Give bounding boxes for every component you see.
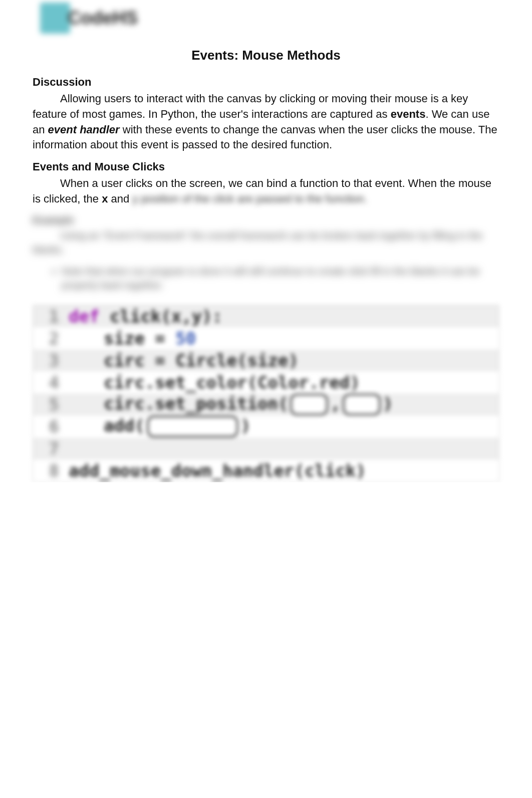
example-intro: Using an "Event Framework" the overall f… <box>33 229 499 257</box>
code-line: 6 add() <box>33 416 499 438</box>
logo-icon <box>40 3 70 34</box>
fill-blank[interactable] <box>290 393 328 416</box>
code-block: 1 def click(x,y): 2 size = 50 3 circ = C… <box>33 305 499 482</box>
fill-blank[interactable] <box>147 416 238 438</box>
line-number: 7 <box>33 440 66 457</box>
logo: CodeHS <box>33 0 499 48</box>
line-number: 8 <box>33 462 66 479</box>
line-number: 6 <box>33 418 66 435</box>
line-number: 4 <box>33 374 66 391</box>
event-handler-term: event handler <box>48 123 120 136</box>
example-list: Note that when our program is done it wi… <box>53 264 499 292</box>
line-number: 2 <box>33 330 66 347</box>
code-line: 3 circ = Circle(size) <box>33 349 499 371</box>
list-item: Note that when our program is done it wi… <box>62 264 499 292</box>
line-number: 1 <box>33 308 66 325</box>
x-term: x <box>102 192 108 205</box>
clicks-heading: Events and Mouse Clicks <box>33 160 499 173</box>
code-line: 7 <box>33 438 499 460</box>
discussion-heading: Discussion <box>33 76 499 89</box>
line-number: 3 <box>33 352 66 369</box>
logo-text: CodeHS <box>68 8 138 29</box>
events-term: events <box>391 108 426 120</box>
clicks-paragraph: When a user clicks on the screen, we can… <box>33 176 499 207</box>
example-heading: Example <box>33 215 499 226</box>
blurred-text: y position of the click are passed to th… <box>132 192 367 205</box>
code-line: 1 def click(x,y): <box>33 305 499 327</box>
fill-blank[interactable] <box>343 393 381 416</box>
line-number: 5 <box>33 396 66 413</box>
code-line: 4 circ.set_color(Color.red) <box>33 371 499 393</box>
page-title: Events: Mouse Methods <box>33 48 499 63</box>
example-section: Example Using an "Event Framework" the o… <box>33 215 499 292</box>
text: Using an "Event Framework" the overall f… <box>33 230 483 255</box>
code-line: 5 circ.set_position(,) <box>33 393 499 416</box>
text: and <box>108 192 132 205</box>
code-line: 8 add_mouse_down_handler(click) <box>33 460 499 482</box>
code-line: 2 size = 50 <box>33 327 499 349</box>
discussion-paragraph: Allowing users to interact with the canv… <box>33 91 499 153</box>
